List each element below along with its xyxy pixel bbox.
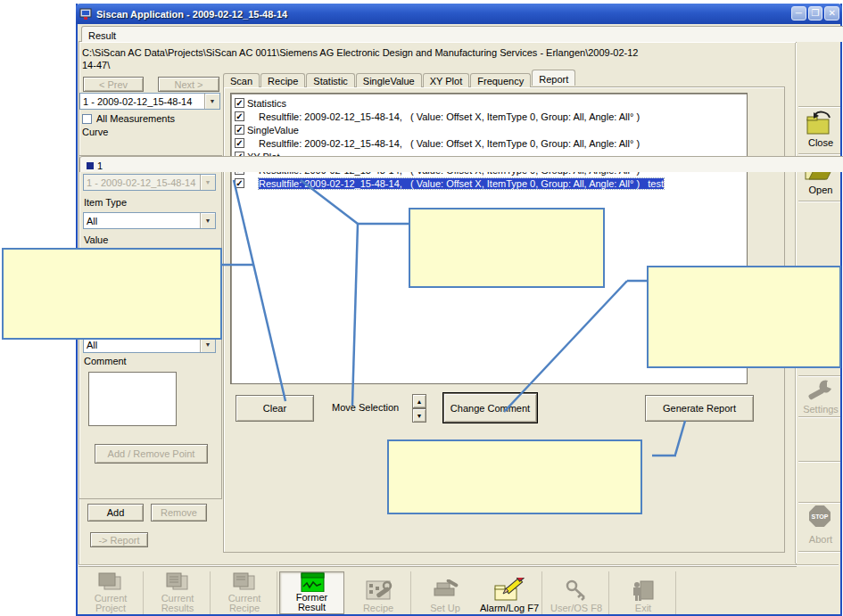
- separator: [798, 106, 840, 108]
- checkbox-icon[interactable]: [235, 125, 244, 135]
- list-item-selected[interactable]: Resultfile: 2009-02-12_15-48-14, ( Value…: [231, 177, 747, 190]
- curve-tab-1[interactable]: 1: [79, 156, 843, 172]
- clear-button[interactable]: Clear: [236, 395, 314, 422]
- callout-box-middle: [409, 208, 605, 288]
- close-window-button[interactable]: ✕: [824, 6, 839, 21]
- list-item[interactable]: Resultfile: 2009-02-12_15-48-14, ( Value…: [231, 110, 747, 123]
- checkbox-icon[interactable]: [235, 138, 244, 148]
- stop-icon: STOP: [809, 505, 831, 527]
- move-selection-up-button[interactable]: ▲: [412, 394, 426, 408]
- add-remove-point-button[interactable]: Add / Remove Point: [95, 444, 208, 464]
- move-selection-down-button[interactable]: ▼: [412, 408, 426, 423]
- change-comment-button[interactable]: Change Comment: [443, 393, 537, 423]
- checkbox-icon[interactable]: [235, 98, 244, 108]
- separator: [798, 201, 840, 202]
- project-windows-icon: [95, 571, 126, 593]
- list-item[interactable]: Resultfile: 2009-02-12_15-48-14, ( Value…: [231, 136, 747, 150]
- tab-xy-plot[interactable]: XY Plot: [423, 73, 470, 87]
- add-button[interactable]: Add: [87, 504, 144, 522]
- screen: Siscan Application - 2009-02-12_15-48-14…: [0, 0, 843, 616]
- app-icon: [79, 8, 92, 21]
- tab-singlevalue[interactable]: SingleValue: [356, 73, 422, 87]
- chevron-down-icon[interactable]: ▼: [204, 94, 219, 109]
- generate-report-button[interactable]: Generate Report: [645, 395, 754, 422]
- tab-scan[interactable]: Scan: [223, 73, 260, 87]
- chevron-down-icon: ▼: [200, 175, 215, 190]
- results-doc-icon: [162, 571, 193, 593]
- separator: [798, 416, 840, 418]
- toolbar-separator: [79, 564, 839, 566]
- tab-report[interactable]: Report: [532, 70, 575, 86]
- checkbox-icon[interactable]: [235, 178, 244, 188]
- checkbox-icon[interactable]: [235, 111, 244, 121]
- title-bar[interactable]: Siscan Application - 2009-02-12_15-48-14: [76, 4, 842, 24]
- keys-icon: [561, 579, 591, 603]
- comment-textarea[interactable]: [88, 372, 177, 426]
- item-type-select[interactable]: All ▼: [83, 212, 216, 229]
- setup-icon: [430, 579, 460, 603]
- resultfile-select[interactable]: 1 - 2009-02-12_15-48-14 ▼: [83, 174, 216, 191]
- list-item[interactable]: Statistics: [231, 96, 747, 110]
- all-measurements-label: All Measurements: [96, 113, 175, 124]
- tab-recipe[interactable]: Recipe: [260, 73, 305, 87]
- toolbar-exit[interactable]: Exit: [611, 571, 676, 614]
- toolbar-alarm-log[interactable]: Alarm/Log F7: [477, 571, 542, 614]
- toolbar-current-project[interactable]: CurrentProject: [79, 571, 144, 614]
- recipe-tool-icon: [363, 579, 393, 603]
- former-result-chart-icon: [297, 572, 327, 592]
- separator: [798, 502, 840, 504]
- tab-result[interactable]: Result: [81, 26, 843, 42]
- callout-box-left: [2, 248, 222, 340]
- remove-button[interactable]: Remove: [151, 504, 207, 522]
- toolbar-former-result[interactable]: FormerResult: [279, 571, 344, 614]
- wrench-icon: [803, 377, 839, 402]
- next-button[interactable]: Next >: [158, 77, 219, 92]
- separator: [798, 153, 840, 155]
- toolbar-user-os[interactable]: User/OS F8: [544, 571, 609, 614]
- item-type-label: Item Type: [84, 197, 127, 208]
- separator: [798, 461, 840, 463]
- list-item[interactable]: SingleValue: [231, 123, 747, 136]
- separator: [798, 551, 840, 553]
- toolbar-recipe[interactable]: Recipe: [346, 571, 411, 614]
- measurement-select[interactable]: 1 - 2009-02-12_15-48-14 ▼: [79, 93, 220, 110]
- exit-door-icon: [628, 579, 658, 603]
- folder-close-icon: [803, 109, 839, 136]
- minimize-button[interactable]: ─: [791, 6, 806, 21]
- toolbar-set-up[interactable]: Set Up: [413, 571, 478, 614]
- move-selection-label: Move Selection: [332, 402, 399, 413]
- comment-label: Comment: [84, 356, 127, 366]
- prev-button[interactable]: < Prev: [83, 77, 144, 92]
- close-file-button[interactable]: Close: [800, 109, 841, 153]
- settings-button[interactable]: Settings: [800, 377, 841, 416]
- chevron-down-icon[interactable]: ▼: [200, 213, 215, 228]
- recipe-doc-icon: [229, 571, 260, 593]
- toolbar-current-results[interactable]: CurrentResults: [145, 571, 211, 614]
- callout-box-right: [647, 266, 841, 368]
- tab-statistic[interactable]: Statistic: [306, 73, 355, 87]
- window-title: Siscan Application - 2009-02-12_15-48-14: [96, 9, 287, 20]
- tab-frequency[interactable]: Frequency: [470, 73, 531, 87]
- inner-tab-strip: Scan Recipe Statistic SingleValue XY Plo…: [223, 71, 576, 87]
- value-label: Value: [84, 234, 108, 245]
- project-path: C:\SiScan AC Data\Projects\SiScan AC 001…: [82, 46, 751, 71]
- curve-color-swatch: [87, 162, 94, 169]
- titlebar-buttons: ─ ❐ ✕: [789, 6, 839, 21]
- curve-label: Curve: [82, 127, 108, 137]
- callout-box-bottom: [387, 439, 642, 514]
- maximize-button[interactable]: ❐: [808, 6, 823, 21]
- abort-button[interactable]: STOP Abort: [800, 505, 841, 548]
- toolbar-current-recipe[interactable]: CurrentRecipe: [212, 571, 277, 614]
- to-report-button[interactable]: -> Report: [90, 532, 148, 547]
- all-measurements-checkbox[interactable]: [82, 114, 92, 124]
- alarm-log-folder-pencil-icon: [492, 578, 526, 603]
